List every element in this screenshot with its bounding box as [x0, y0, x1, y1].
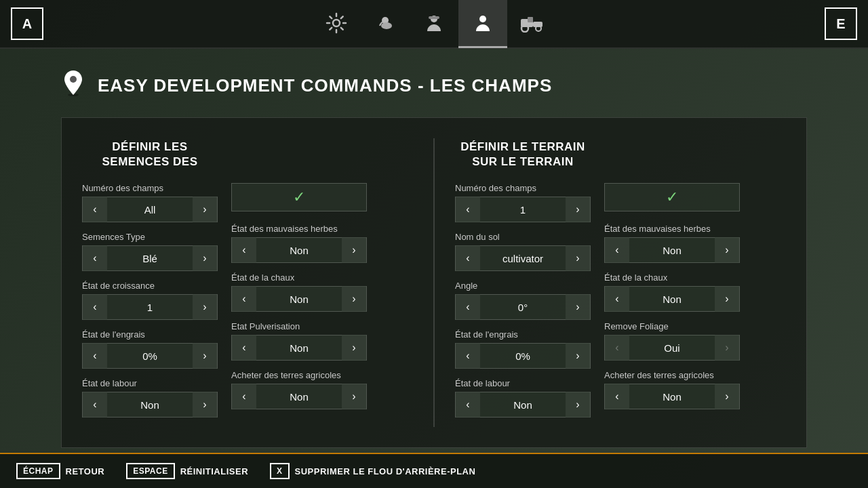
- terrain-control-labour: ‹ Non ›: [455, 392, 591, 418]
- seeds-label-acheter: Acheter des terres agricoles: [231, 370, 367, 380]
- nav-tab-tractor[interactable]: [507, 0, 556, 48]
- terrain-foliage-next[interactable]: ›: [715, 335, 739, 361]
- terrain-sol-prev[interactable]: ‹: [456, 245, 480, 271]
- seeds-field-croissance: État de croissance ‹ 1 ›: [82, 281, 218, 320]
- nav-tab-player[interactable]: [458, 0, 507, 48]
- bottom-x: X SUPPRIMER LE FLOU D'ARRIÈRE-PLAN: [270, 463, 475, 479]
- seeds-croissance-prev[interactable]: ‹: [83, 294, 107, 320]
- seeds-field-acheter: Acheter des terres agricoles ‹ Non ›: [231, 370, 367, 409]
- terrain-mauvaises-prev[interactable]: ‹: [605, 237, 629, 263]
- seeds-confirm-button[interactable]: ✓: [231, 183, 367, 211]
- seeds-val-mauvaises: Non: [256, 245, 342, 256]
- seeds-chaux-prev[interactable]: ‹: [232, 286, 256, 312]
- seeds-control-chaux: ‹ Non ›: [231, 286, 367, 312]
- seeds-label-pulverisation: Etat Pulverisation: [231, 321, 367, 331]
- terrain-field-num-champs: Numéro des champs ‹ 1 ›: [455, 183, 591, 222]
- terrain-val-chaux: Non: [629, 293, 715, 305]
- terrain-labour-next[interactable]: ›: [566, 392, 590, 418]
- seeds-croissance-next[interactable]: ›: [193, 294, 217, 320]
- seeds-num-champs-prev[interactable]: ‹: [83, 197, 107, 222]
- seeds-mauvaises-next[interactable]: ›: [342, 237, 366, 263]
- terrain-acheter-next[interactable]: ›: [715, 384, 739, 409]
- seeds-acheter-next[interactable]: ›: [342, 384, 366, 409]
- seeds-label-engrais: État de l'engrais: [82, 329, 218, 340]
- seeds-confirm-check: ✓: [293, 188, 305, 206]
- terrain-field-engrais: État de l'engrais ‹ 0% ›: [455, 329, 591, 369]
- section-divider: [433, 138, 435, 427]
- terrain-control-acheter: ‹ Non ›: [604, 384, 740, 409]
- svg-point-12: [70, 76, 77, 83]
- terrain-chaux-next[interactable]: ›: [715, 286, 739, 312]
- seeds-val-num-champs: All: [107, 204, 193, 216]
- terrain-control-foliage: ‹ Oui ›: [604, 335, 740, 361]
- terrain-val-sol: cultivator: [480, 253, 566, 264]
- seeds-label-mauvaises: État des mauvaises herbes: [231, 224, 367, 234]
- terrain-control-num-champs: ‹ 1 ›: [455, 197, 591, 222]
- seeds-engrais-next[interactable]: ›: [193, 343, 217, 369]
- seeds-type-next[interactable]: ›: [193, 245, 217, 271]
- terrain-num-champs-next[interactable]: ›: [566, 197, 590, 222]
- terrain-confirm-button[interactable]: ✓: [604, 183, 740, 211]
- seeds-engrais-prev[interactable]: ‹: [83, 343, 107, 369]
- seeds-label-type: Semences Type: [82, 232, 218, 242]
- a-button[interactable]: A: [11, 7, 43, 40]
- seeds-control-croissance: ‹ 1 ›: [82, 294, 218, 320]
- nav-tab-settings[interactable]: [312, 0, 361, 48]
- terrain-val-mauvaises: Non: [629, 245, 715, 256]
- seeds-chaux-next[interactable]: ›: [342, 286, 366, 312]
- page-icon: [61, 69, 85, 102]
- terrain-field-angle: Angle ‹ 0° ›: [455, 281, 591, 320]
- espace-label: RÉINITIALISER: [180, 466, 248, 476]
- seeds-labour-prev[interactable]: ‹: [83, 392, 107, 418]
- terrain-sol-next[interactable]: ›: [566, 245, 590, 271]
- terrain-engrais-prev[interactable]: ‹: [456, 343, 480, 369]
- e-button[interactable]: E: [825, 7, 857, 40]
- terrain-label-sol: Nom du sol: [455, 232, 591, 242]
- seeds-control-type: ‹ Blé ›: [82, 245, 218, 271]
- seeds-confirm: ✓: [231, 183, 367, 211]
- terrain-label-acheter: Acheter des terres agricoles: [604, 370, 740, 380]
- seeds-label-labour: État de labour: [82, 378, 218, 388]
- terrain-label-angle: Angle: [455, 281, 591, 291]
- seeds-val-engrais: 0%: [107, 350, 193, 362]
- terrain-val-labour: Non: [480, 399, 566, 411]
- terrain-angle-next[interactable]: ›: [566, 294, 590, 320]
- seeds-num-champs-next[interactable]: ›: [193, 197, 217, 222]
- seeds-labour-next[interactable]: ›: [193, 392, 217, 418]
- terrain-num-champs-prev[interactable]: ‹: [456, 197, 480, 222]
- terrain-section: DÉFINIR LE TERRAINSUR LE TERRAIN Numéro …: [455, 138, 786, 427]
- svg-point-0: [333, 20, 340, 26]
- top-bar-right: E: [814, 7, 868, 40]
- seeds-control-engrais: ‹ 0% ›: [82, 343, 218, 369]
- seeds-field-num-champs: Numéro des champs ‹ All ›: [82, 183, 218, 222]
- terrain-col1: DÉFINIR LE TERRAINSUR LE TERRAIN Numéro …: [455, 138, 591, 427]
- terrain-mauvaises-next[interactable]: ›: [715, 237, 739, 263]
- terrain-label-mauvaises: État des mauvaises herbes: [604, 224, 740, 234]
- seeds-label-croissance: État de croissance: [82, 281, 218, 291]
- terrain-val-foliage: Oui: [629, 342, 715, 354]
- bottom-echap: ÉCHAP RETOUR: [16, 463, 104, 479]
- nav-tab-worker[interactable]: [410, 0, 458, 48]
- terrain-confirm: ✓: [604, 183, 740, 211]
- terrain-label-foliage: Remove Foliage: [604, 321, 740, 331]
- seeds-pulverisation-prev[interactable]: ‹: [232, 335, 256, 361]
- terrain-acheter-prev[interactable]: ‹: [605, 384, 629, 409]
- terrain-foliage-prev[interactable]: ‹: [605, 335, 629, 361]
- nav-tab-weather[interactable]: [361, 0, 410, 48]
- seeds-pulverisation-next[interactable]: ›: [342, 335, 366, 361]
- seeds-type-prev[interactable]: ‹: [83, 245, 107, 271]
- seeds-acheter-prev[interactable]: ‹: [232, 384, 256, 409]
- terrain-chaux-prev[interactable]: ‹: [605, 286, 629, 312]
- terrain-angle-prev[interactable]: ‹: [456, 294, 480, 320]
- terrain-field-sol: Nom du sol ‹ cultivator ›: [455, 232, 591, 271]
- seeds-mauvaises-prev[interactable]: ‹: [232, 237, 256, 263]
- page-title: EASY DEVELOPMENT COMMANDS - LES CHAMPS: [98, 75, 552, 96]
- bottom-espace: ESPACE RÉINITIALISER: [126, 463, 248, 479]
- terrain-field-acheter: Acheter des terres agricoles ‹ Non ›: [604, 370, 740, 409]
- seeds-val-type: Blé: [107, 253, 193, 264]
- terrain-engrais-next[interactable]: ›: [566, 343, 590, 369]
- terrain-label-num-champs: Numéro des champs: [455, 183, 591, 193]
- terrain-labour-prev[interactable]: ‹: [456, 392, 480, 418]
- seeds-val-labour: Non: [107, 399, 193, 411]
- terrain-field-mauvaises: État des mauvaises herbes ‹ Non ›: [604, 224, 740, 263]
